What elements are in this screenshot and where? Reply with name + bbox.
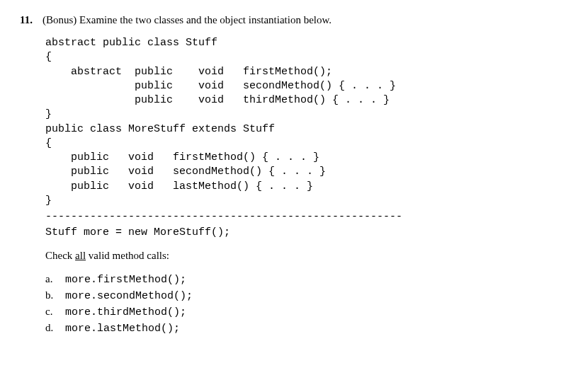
code-instantiation: Stuff more = new MoreStuff(); — [45, 226, 541, 240]
option-a[interactable]: a. more.firstMethod(); — [45, 272, 541, 288]
bonus-tag: (Bonus) — [42, 14, 76, 25]
option-label: d. — [45, 321, 65, 336]
code-line: { — [45, 50, 541, 64]
code-line: abstract public class Stuff — [45, 36, 541, 50]
question-block: 11. (Bonus) Examine the two classes and … — [20, 14, 541, 336]
code-line: public void secondMethod() { . . . } — [45, 165, 541, 179]
option-code: more.thirdMethod(); — [65, 305, 186, 321]
option-code: more.firstMethod(); — [65, 272, 186, 288]
instruction-post: valid method calls: — [86, 250, 169, 261]
code-line: abstract public void firstMethod(); — [45, 65, 541, 79]
prompt-text: Examine the two classes and the object i… — [76, 14, 332, 25]
option-label: a. — [45, 272, 65, 287]
code-line: public void secondMethod() { . . . } — [45, 79, 541, 93]
option-d[interactable]: d. more.lastMethod(); — [45, 321, 541, 337]
option-label: b. — [45, 288, 65, 304]
question-number: 11. — [20, 14, 42, 26]
question-prompt: (Bonus) Examine the two classes and the … — [42, 14, 541, 26]
code-line: Stuff more = new MoreStuff(); — [45, 226, 541, 240]
option-c[interactable]: c. more.thirdMethod(); — [45, 304, 541, 321]
code-class-stuff: abstract public class Stuff{ abstract pu… — [45, 36, 541, 208]
option-b[interactable]: b. more.secondMethod(); — [45, 288, 541, 304]
code-line: } — [45, 108, 541, 122]
code-line: public void lastMethod() { . . . } — [45, 180, 541, 194]
code-line: } — [45, 194, 541, 208]
instruction-pre: Check — [45, 250, 75, 261]
instruction-underlined: all — [75, 250, 86, 261]
option-label: c. — [45, 304, 65, 320]
option-code: more.lastMethod(); — [65, 321, 180, 337]
option-code: more.secondMethod(); — [65, 289, 193, 304]
instruction-text: Check all valid method calls: — [45, 250, 541, 262]
code-line: public void thirdMethod() { . . . } — [45, 93, 541, 108]
code-line: { — [45, 137, 541, 151]
question-body: (Bonus) Examine the two classes and the … — [42, 14, 541, 336]
code-line: public void firstMethod() { . . . } — [45, 151, 541, 165]
code-line: public class MoreStuff extends Stuff — [45, 122, 541, 137]
separator-line: ----------------------------------------… — [45, 211, 541, 223]
options-list: a. more.firstMethod(); b. more.secondMet… — [45, 272, 541, 336]
